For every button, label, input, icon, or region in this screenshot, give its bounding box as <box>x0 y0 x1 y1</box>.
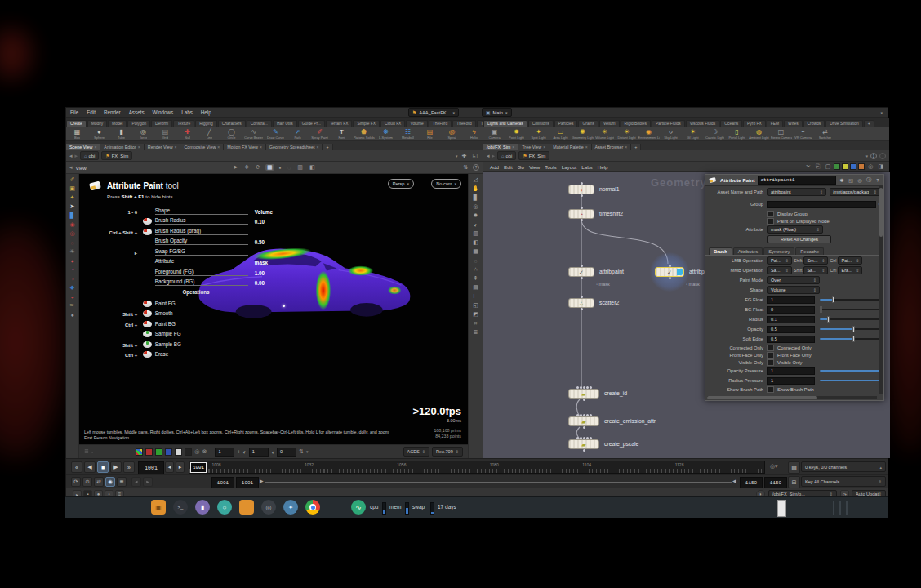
follow-playhead-icon[interactable]: ◉ <box>105 477 115 487</box>
param-value-field[interactable]: 1 <box>768 377 815 385</box>
param-checkbox[interactable] <box>768 386 774 393</box>
options-icon[interactable]: ≣ <box>471 328 480 336</box>
param-slider[interactable] <box>820 328 880 330</box>
close-tab-icon[interactable]: × <box>512 145 514 149</box>
snapshot-icon[interactable]: ◧ <box>471 238 480 247</box>
new-tab-button[interactable]: + <box>631 144 641 150</box>
chrome-icon[interactable] <box>305 500 320 514</box>
slider-handle[interactable] <box>832 296 834 303</box>
pane-tab[interactable]: /obj/FX_Sim× <box>483 144 518 150</box>
shelf-tab-right[interactable]: Lights and Cameras <box>483 120 527 127</box>
key-all-channels-dropdown[interactable]: Key All Channels⇕ <box>801 476 886 487</box>
range-end-field2[interactable]: 1150 <box>764 477 787 488</box>
pan-icon[interactable]: ✋ <box>471 185 480 193</box>
projection-pill[interactable]: Persp▾ <box>388 179 414 189</box>
timeline-ruler[interactable]: 1001 100810321056108011041128 <box>189 461 765 474</box>
shelf-tab-more[interactable]: + <box>864 120 874 127</box>
wireframe-icon[interactable]: ◌ <box>471 256 480 265</box>
close-tab-icon[interactable]: × <box>138 145 140 149</box>
normals-icon[interactable]: ⇞ <box>471 274 480 283</box>
param-slider[interactable] <box>820 380 880 381</box>
disc-icon[interactable]: ◎ <box>261 500 276 514</box>
gear-icon[interactable]: ✱ <box>839 177 845 184</box>
param-checkbox[interactable] <box>768 359 774 366</box>
param-slider[interactable] <box>820 309 880 310</box>
next-frame-button[interactable]: ▸ <box>176 461 185 473</box>
shelf-tab-left[interactable]: Create <box>66 120 87 127</box>
mono-swatch[interactable] <box>185 448 192 456</box>
shelf-tab-left[interactable]: Volume <box>406 120 427 127</box>
node-normal1[interactable]: ◗ <box>568 185 594 194</box>
menubar-overflow-icon[interactable]: ▾ <box>880 110 883 115</box>
hub-icon[interactable]: ✦ <box>283 500 298 514</box>
asset-name-dropdown[interactable]: attribpaint⇕ <box>768 188 826 196</box>
param-tab-symmetry[interactable]: Symmetry <box>763 247 794 255</box>
op-dropdown-2[interactable]: Sm...⇕ <box>803 256 828 265</box>
close-tab-icon[interactable]: × <box>317 145 319 149</box>
minus-icon[interactable]: − <box>209 449 212 455</box>
shelf-tab-right[interactable]: Oceans <box>720 120 742 127</box>
archive-icon[interactable]: ▮ <box>195 500 210 514</box>
current-frame-field[interactable]: 1001 <box>138 461 164 474</box>
search-icon[interactable]: ◎ <box>856 177 863 184</box>
shelf-tool-stereocam[interactable]: ◫Stereo Camera <box>770 127 792 140</box>
view-menu[interactable]: View <box>76 165 87 171</box>
paint-displayed-checkbox[interactable] <box>768 218 774 225</box>
shelf-tab-left[interactable]: Terrain FX <box>326 120 353 127</box>
close-tab-icon[interactable]: × <box>543 145 545 149</box>
attribute-dropdown[interactable]: mask (Float)⇕ <box>768 225 823 234</box>
node-attribpaint1[interactable]: ✓ <box>655 267 684 277</box>
playhead[interactable]: 1001 <box>190 462 207 473</box>
media-folder-icon[interactable]: ▣ <box>151 500 166 514</box>
shelf-tab-left[interactable]: TheFord... <box>477 120 483 127</box>
grid-icon[interactable]: ▤ <box>471 283 480 292</box>
brush-sample-icon[interactable]: ◑ <box>68 274 77 283</box>
red-swatch[interactable] <box>145 448 153 456</box>
black-point-icon[interactable]: ◖ <box>271 449 274 455</box>
node-attribpaint[interactable]: ✓ <box>568 267 594 277</box>
close-tab-icon[interactable]: × <box>94 145 96 149</box>
secure-lock-icon[interactable]: ▊ <box>68 212 77 220</box>
search-icon[interactable]: ○ <box>217 500 232 514</box>
slider-handle[interactable] <box>827 316 830 323</box>
range-end-marker[interactable]: ◀ <box>732 478 736 483</box>
render-icon[interactable]: ◧ <box>308 164 317 171</box>
back-icon[interactable]: ◂ <box>69 153 73 159</box>
lock-camera-icon[interactable]: ▊ <box>471 194 480 202</box>
pane-tab[interactable]: Tree View× <box>518 144 549 150</box>
shelf-tool-helix[interactable]: ϟHelix <box>463 127 483 140</box>
mask-icon[interactable]: ◩ <box>471 310 480 318</box>
shelf-tab-left[interactable]: TheFord <box>452 120 475 127</box>
spray-icon[interactable]: ✳ <box>68 247 77 256</box>
shelf-tool-skylight[interactable]: ○Sky Light <box>660 127 682 140</box>
shelf-tab-left[interactable]: Cloud FX <box>380 120 405 127</box>
shelf-tab-left[interactable]: Guide Pr... <box>298 120 325 127</box>
network-menu-tools[interactable]: Tools <box>542 164 558 170</box>
shelf-tool-null[interactable]: ✚Null <box>176 127 198 140</box>
pane-tab[interactable]: Motion FX View× <box>224 144 266 150</box>
color-green-icon[interactable] <box>834 163 840 170</box>
shelf-tab-left[interactable]: Texture <box>173 120 194 127</box>
display-group-checkbox[interactable] <box>768 211 774 217</box>
crop-icon[interactable]: ◱ <box>471 301 480 310</box>
network-menu-go[interactable]: Go <box>515 164 527 170</box>
shelf-tab-right[interactable]: Particle Fluids <box>652 120 685 127</box>
shelf-tab-right[interactable]: Drive Simulation <box>825 120 863 127</box>
param-tab-recache[interactable]: Recache <box>795 247 824 255</box>
op-dropdown-1[interactable]: Pai...⇕ <box>768 256 792 265</box>
pane-tab[interactable]: Geometry Spreadsheet× <box>266 144 323 150</box>
green-swatch[interactable] <box>155 448 162 456</box>
scoped-channels-icon[interactable]: ▤ <box>788 461 800 474</box>
stop-button[interactable]: ■ <box>97 461 109 473</box>
clamp-icon[interactable]: ⊗ <box>202 448 207 455</box>
plus-icon[interactable]: + <box>237 449 240 455</box>
slider-handle[interactable] <box>820 306 822 313</box>
shelf-tab-right[interactable]: Grains <box>578 120 598 127</box>
tools-icon[interactable]: ✂ <box>804 163 812 170</box>
range-start-field[interactable]: 1001 <box>211 477 234 488</box>
shelf-tool-pointlight[interactable]: ✹Point Light <box>505 127 527 140</box>
shelf-tab-right[interactable]: Particles <box>554 120 578 127</box>
shelf-tool-font[interactable]: TFont <box>331 127 353 140</box>
color-yellow-icon[interactable] <box>842 163 848 170</box>
field-icon[interactable]: ⌗ <box>471 319 480 327</box>
